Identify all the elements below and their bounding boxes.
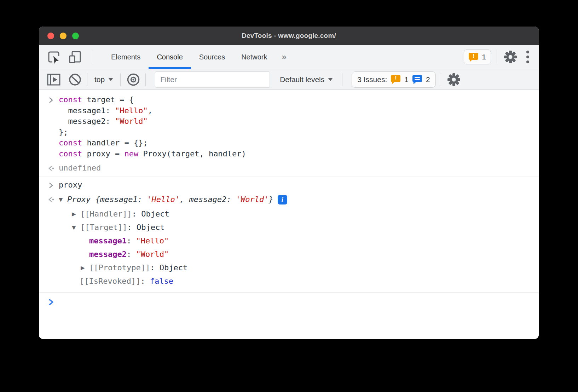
disclosure-caret-expanded-icon[interactable]: ▼ [72, 224, 80, 231]
info-icon[interactable]: i [278, 195, 287, 204]
filter-input[interactable] [155, 71, 270, 88]
gear-icon [503, 49, 518, 65]
message-divider [39, 177, 539, 177]
show-console-sidebar-button[interactable] [47, 73, 61, 86]
issues-badge-count: 1 [482, 53, 486, 61]
window-title: DevTools - www.google.com/ [39, 32, 539, 40]
object-preview-row: ▼ Proxy {message1: 'Hello', message2: 'W… [39, 192, 539, 207]
property-message2: message2: "World" [89, 250, 169, 259]
issues-badge-button[interactable]: ! 1 [464, 50, 491, 64]
property-target: [[Target]]: Object [80, 223, 164, 232]
tab-bar: Elements Console Sources Network » ! 1 [39, 45, 539, 69]
titlebar: DevTools - www.google.com/ [39, 27, 539, 45]
tree-row-message2: message2: "World" [39, 248, 539, 261]
command-chevron-icon [47, 94, 54, 104]
clear-console-icon [68, 73, 82, 87]
command-code: const target = { message1: "Hello", mess… [59, 94, 246, 159]
settings-button[interactable] [503, 49, 518, 65]
console-settings-button[interactable] [446, 72, 462, 87]
chevron-down-icon [328, 78, 333, 81]
javascript-context-selector[interactable]: top [92, 75, 115, 84]
divider [120, 73, 121, 86]
toggle-device-toolbar-button[interactable] [68, 50, 82, 64]
log-levels-selector[interactable]: Default levels [278, 75, 335, 84]
tree-row-prototype: ▶ [[Prototype]]: Object [39, 261, 539, 275]
devtools-window: DevTools - www.google.com/ [39, 27, 539, 339]
console-command-entry: proxy [39, 178, 539, 192]
proxy-object-preview: Proxy {message1: 'Hello', message2: 'Wor… [67, 194, 273, 205]
divider [497, 51, 497, 63]
more-tabs-chevron[interactable]: » [276, 45, 293, 69]
zoom-window-button[interactable] [72, 33, 79, 39]
command-chevron-icon [47, 180, 54, 189]
divider [93, 51, 93, 63]
device-toolbar-icon [68, 50, 82, 64]
close-window-button[interactable] [47, 33, 54, 39]
issues-button[interactable]: 3 Issues: ! 1 2 [352, 71, 435, 88]
return-value-icon [47, 196, 54, 203]
panel-tabs: Elements Console Sources Network » [103, 45, 293, 69]
issues-message-count: 2 [426, 75, 430, 84]
tree-row-target: ▼ [[Target]]: Object [39, 221, 539, 234]
message-divider [39, 292, 539, 293]
console-command-entry: const target = { message1: "Hello", mess… [39, 93, 539, 161]
divider [145, 73, 146, 86]
issue-warning-icon: ! [469, 53, 478, 62]
tree-row-message1: message1: "Hello" [39, 234, 539, 248]
return-value-icon [47, 163, 54, 172]
console-messages: const target = { message1: "Hello", mess… [39, 90, 539, 339]
console-result-row: undefined [39, 161, 539, 175]
message-bubble-icon [412, 75, 422, 84]
gear-icon [446, 72, 462, 87]
create-live-expression-button[interactable] [126, 73, 141, 87]
issues-button-label: 3 Issues: [357, 75, 387, 84]
traffic-lights [47, 33, 79, 39]
clear-console-button[interactable] [68, 73, 82, 87]
result-undefined: undefined [59, 163, 101, 174]
console-input-area[interactable] [59, 298, 63, 307]
command-code: proxy [59, 180, 82, 191]
divider [441, 73, 441, 86]
divider [87, 73, 87, 86]
minimize-window-button[interactable] [60, 33, 67, 39]
property-prototype: [[Prototype]]: Object [89, 263, 187, 272]
tab-console[interactable]: Console [149, 45, 191, 69]
issues-error-count: 1 [404, 75, 409, 84]
context-selector-value: top [94, 75, 105, 84]
kebab-menu-icon [526, 50, 530, 64]
property-handler: [[Handler]]: Object [80, 209, 169, 218]
tab-elements[interactable]: Elements [103, 45, 149, 69]
console-sidebar-icon [47, 73, 61, 86]
prompt-chevron-icon [47, 298, 54, 306]
customize-devtools-button[interactable] [526, 50, 530, 64]
tab-network[interactable]: Network [233, 45, 275, 69]
eye-icon [126, 73, 141, 87]
tab-sources[interactable]: Sources [191, 45, 233, 69]
console-toolbar: top Default levels 3 Issues: [39, 69, 539, 90]
divider [342, 73, 342, 86]
console-prompt[interactable] [39, 294, 539, 310]
disclosure-caret-collapsed-icon[interactable]: ▶ [72, 211, 80, 217]
tree-row-handler: ▶ [[Handler]]: Object [39, 207, 539, 221]
disclosure-caret-expanded-icon[interactable]: ▼ [59, 196, 67, 203]
inspect-cursor-icon [47, 50, 61, 64]
inspect-element-button[interactable] [47, 50, 61, 64]
disclosure-caret-collapsed-icon[interactable]: ▶ [81, 265, 89, 271]
issue-warning-icon: ! [391, 75, 400, 84]
chevron-down-icon [108, 78, 113, 81]
tree-row-isrevoked: [[IsRevoked]]: false [39, 275, 539, 288]
property-message1: message1: "Hello" [89, 236, 169, 245]
log-levels-value: Default levels [280, 75, 324, 84]
property-isrevoked: [[IsRevoked]]: false [80, 277, 173, 286]
